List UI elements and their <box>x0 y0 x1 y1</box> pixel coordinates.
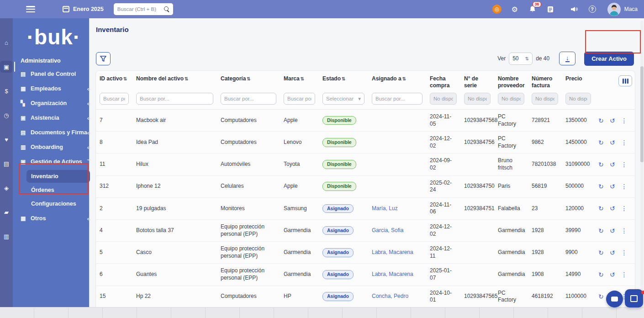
gear-icon[interactable]: ⚙ <box>510 5 519 14</box>
global-search[interactable] <box>114 3 173 15</box>
chat-fab-button[interactable] <box>606 291 623 307</box>
sidebar-item-empleados[interactable]: ▦Empleados‹ <box>13 81 95 96</box>
sidebar-item-gesti-n-de-activos[interactable]: ▣Gestión de Activosˇ <box>13 154 95 169</box>
download-button[interactable]: ↓ <box>559 52 575 65</box>
briefcase-icon[interactable]: ▤ <box>0 158 13 170</box>
history-icon[interactable]: ↺ <box>610 161 615 168</box>
announcements-megaphone-icon[interactable] <box>570 5 579 14</box>
row-actions: ↻↺⋮ <box>598 205 632 212</box>
sort-icon[interactable]: ⇅ <box>185 76 188 81</box>
history-icon[interactable]: ↺ <box>610 228 615 234</box>
folder-icon[interactable]: ▰ <box>0 206 13 218</box>
sync-icon[interactable]: ↻ <box>598 139 604 146</box>
sync-icon[interactable]: ↻ <box>598 183 604 190</box>
sidebar-item-organizaci-n[interactable]: ▚Organización‹ <box>13 96 95 111</box>
kebab-menu-icon[interactable]: ⋮ <box>621 117 627 124</box>
kebab-menu-icon[interactable]: ⋮ <box>621 249 627 256</box>
sync-icon[interactable]: ↻ <box>598 117 604 124</box>
column-filter-input-5[interactable] <box>372 93 422 105</box>
sync-icon[interactable]: ↻ <box>598 205 604 212</box>
sidebar-item-onboarding[interactable]: ▥Onboarding‹ <box>13 140 95 154</box>
sort-icon[interactable]: ⇅ <box>342 76 345 81</box>
column-filter-input-1[interactable] <box>136 93 213 105</box>
sort-icon[interactable]: ⇅ <box>247 76 250 81</box>
kebab-menu-icon[interactable]: ⋮ <box>621 271 627 278</box>
select-value: Seleccionar <box>326 96 354 101</box>
period-selector[interactable]: Enero 2025 <box>63 6 104 12</box>
sync-icon[interactable]: ↻ <box>598 293 604 300</box>
kebab-menu-icon[interactable]: ⋮ <box>621 228 627 234</box>
search-input[interactable] <box>117 6 164 12</box>
table-row: 5CascoEquipo protección personal (EPP)Ga… <box>96 242 635 264</box>
history-icon[interactable]: ↺ <box>610 205 615 212</box>
support-widget-button[interactable] <box>625 289 643 307</box>
sidebar-subitem-configuraciones[interactable]: Configuraciones <box>26 197 90 210</box>
history-icon[interactable]: ↺ <box>610 117 615 124</box>
rewards-icon[interactable]: ◎ <box>492 5 501 14</box>
column-header-id-activo[interactable]: ID activo⇅ <box>96 71 132 90</box>
assigned-to-link[interactable]: Garcia, Sofia <box>372 227 403 233</box>
assigned-to-link[interactable]: Concha, Pedro <box>372 293 408 299</box>
column-filter-input-2[interactable] <box>221 93 276 105</box>
column-filter-input-3[interactable] <box>284 93 315 105</box>
kebab-menu-icon[interactable]: ⋮ <box>621 139 627 146</box>
sort-icon[interactable]: ⇅ <box>402 76 406 81</box>
kebab-menu-icon[interactable]: ⋮ <box>621 161 627 168</box>
clock-icon[interactable]: ◷ <box>0 109 13 121</box>
help-icon[interactable]: ? <box>588 5 597 14</box>
pagesize-select[interactable]: 50 ⇅ <box>509 53 533 65</box>
sync-icon[interactable]: ↻ <box>598 249 604 256</box>
history-icon[interactable]: ↺ <box>610 183 615 190</box>
sync-icon[interactable]: ↻ <box>598 228 604 234</box>
money-icon[interactable]: $ <box>0 85 13 97</box>
sidebar-menu: ·buk· Administrativo ▤Panel de Control▦E… <box>13 18 95 307</box>
column-header-nombre-proveedor: Nombre proveedor <box>494 71 528 90</box>
column-header-categor-a[interactable]: Categoría⇅ <box>217 71 280 90</box>
history-icon[interactable]: ↺ <box>610 249 615 256</box>
table-row: 15Hp 22ComputadoresHPAsignadoConcha, Ped… <box>96 286 635 307</box>
sort-icon[interactable]: ⇅ <box>123 76 127 81</box>
sidebar-item-documentos-y-firma[interactable]: ▤Documentos y Firma‹ <box>13 125 95 140</box>
vertical-scrollbar[interactable] <box>640 21 644 304</box>
column-header-asignado-a[interactable]: Asignado a⇅ <box>368 71 426 90</box>
filter-button[interactable] <box>96 52 111 65</box>
assigned-to-link[interactable]: Labra, Macarena <box>372 271 413 277</box>
create-asset-button[interactable]: Crear Activo <box>584 52 634 66</box>
column-filter-input-0[interactable] <box>100 93 129 105</box>
sidebar: ⌂▣$◷♥▤◈▰▥ ·buk· Administrativo ▤Panel de… <box>0 18 89 307</box>
education-icon[interactable]: ◈ <box>0 182 13 194</box>
estado-filter-select[interactable]: Seleccionar▾ <box>322 93 364 105</box>
assets-clipboard-icon[interactable]: ▣ <box>0 61 13 73</box>
sidebar-item-otros[interactable]: ▦Otros‹ <box>13 211 95 226</box>
storefront-icon[interactable]: ▥ <box>0 230 13 242</box>
benefits-icon[interactable]: ♥ <box>0 133 13 145</box>
tasks-icon[interactable] <box>546 5 555 14</box>
sidebar-item-label: Gestión de Activos <box>31 159 87 165</box>
notifications-bell-icon[interactable]: 36 <box>528 5 537 14</box>
history-icon[interactable]: ↺ <box>610 139 615 146</box>
hamburger-menu-icon[interactable] <box>26 6 35 12</box>
column-header-nombre-del-activo[interactable]: Nombre del activo⇅ <box>132 71 217 90</box>
column-header-marca[interactable]: Marca⇅ <box>280 71 319 90</box>
sidebar-item-panel-de-control[interactable]: ▤Panel de Control <box>13 67 95 81</box>
sync-icon[interactable]: ↻ <box>598 271 604 278</box>
column-label: Fecha compra <box>430 75 449 89</box>
home-icon[interactable]: ⌂ <box>0 37 13 48</box>
assigned-to-link[interactable]: María, Luz <box>372 205 398 212</box>
widget-doc-icon <box>630 295 638 302</box>
kebab-menu-icon[interactable]: ⋮ <box>621 205 627 212</box>
sidebar-subitem-inventario[interactable]: Inventario <box>26 170 90 183</box>
attendance-icon: ▣ <box>21 115 31 121</box>
user-menu[interactable]: Maca <box>607 3 638 16</box>
column-label: Marca <box>284 75 300 82</box>
sidebar-item-asistencia[interactable]: ▣Asistencia‹ <box>13 111 95 125</box>
history-icon[interactable]: ↺ <box>610 271 615 278</box>
buk-logo: ·buk· <box>13 26 95 48</box>
sidebar-subitem--rdenes[interactable]: Órdenes <box>26 184 90 196</box>
column-header-estado[interactable]: Estado⇅ <box>319 71 368 90</box>
sort-icon[interactable]: ⇅ <box>301 76 304 81</box>
sync-icon[interactable]: ↻ <box>598 161 604 168</box>
columns-settings-button[interactable] <box>618 75 632 86</box>
kebab-menu-icon[interactable]: ⋮ <box>621 183 627 190</box>
assigned-to-link[interactable]: Labra, Macarena <box>372 249 413 255</box>
